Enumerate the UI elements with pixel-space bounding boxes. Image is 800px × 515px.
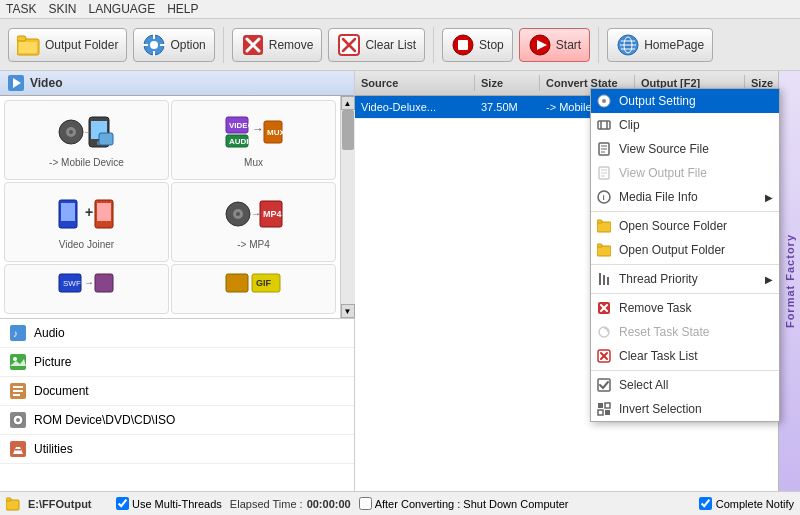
video-header: Video [0,71,354,96]
video-item-5-icon: SWF → [57,272,117,307]
cm-output-setting-icon [597,94,611,108]
video-joiner-item[interactable]: + Video Joiner [4,182,169,262]
mobile-device-item[interactable]: → -> Mobile Device [4,100,169,180]
video-item-6[interactable]: GIF [171,264,336,314]
option-button[interactable]: Option [133,28,214,62]
remove-button[interactable]: Remove [232,28,323,62]
svg-rect-2 [19,42,37,53]
svg-rect-16 [458,40,468,50]
start-label: Start [556,38,581,52]
cm-remove-task[interactable]: Remove Task [591,296,779,320]
cm-clip-label: Clip [619,118,640,132]
cm-open-output-folder[interactable]: Open Output Folder [591,238,779,262]
cm-sep-2 [591,264,779,265]
homepage-button[interactable]: HomePage [607,28,713,62]
after-convert-check[interactable] [359,497,372,510]
audio-label: Audio [34,326,65,340]
picture-label: Picture [34,355,71,369]
after-convert-checkbox[interactable]: After Converting : Shut Down Computer [359,497,569,510]
cm-clip[interactable]: Clip [591,113,779,137]
cm-sep-1 [591,211,779,212]
cm-view-output-label: View Output File [619,166,707,180]
svg-rect-105 [598,410,603,415]
document-icon [10,383,26,399]
statusbar: E:\FFOutput Use Multi-Threads Elapsed Ti… [0,491,800,515]
toolbar-sep-3 [598,27,599,63]
svg-rect-91 [597,244,602,247]
cm-invert-selection[interactable]: Invert Selection [591,397,779,421]
video-header-icon [8,75,24,91]
cm-clear-task-list-label: Clear Task List [619,349,697,363]
svg-rect-106 [605,410,610,415]
menu-help[interactable]: HELP [167,2,198,16]
scroll-down-btn[interactable]: ▼ [341,304,355,318]
cm-reset-task-label: Reset Task State [619,325,710,339]
menu-skin[interactable]: SKIN [48,2,76,16]
clear-list-label: Clear List [365,38,416,52]
output-folder-icon-small [6,497,20,511]
svg-rect-55 [95,274,113,292]
svg-text:+: + [85,204,93,220]
output-folder-button[interactable]: Output Folder [8,28,127,62]
svg-text:AUDIO: AUDIO [229,137,255,146]
cm-view-output-icon [597,166,611,180]
video-scrollbar[interactable]: ▲ ▼ [340,96,354,318]
svg-rect-104 [605,403,610,408]
svg-point-4 [150,41,158,49]
video-item-5[interactable]: SWF → [4,264,169,314]
cm-view-source-icon [597,142,611,156]
rom-icon [10,412,26,428]
clear-list-button[interactable]: Clear List [328,28,425,62]
cm-open-source-folder[interactable]: Open Source Folder [591,214,779,238]
cm-thread-priority[interactable]: Thread Priority ▶ [591,267,779,291]
svg-point-28 [69,130,73,134]
cm-remove-task-label: Remove Task [619,301,691,315]
complete-notify-check[interactable] [699,497,712,510]
stop-button[interactable]: Stop [442,28,513,62]
audio-category[interactable]: ♪ Audio [0,319,354,348]
homepage-icon [616,33,640,57]
svg-text:MUX: MUX [267,128,284,137]
complete-notify-label: Complete Notify [716,498,794,510]
start-button[interactable]: Start [519,28,590,62]
cm-output-setting[interactable]: Output Setting [591,89,779,113]
menubar: TASK SKIN LANGUAGE HELP [0,0,800,19]
menu-language[interactable]: LANGUAGE [88,2,155,16]
cm-media-file-info[interactable]: i Media File Info ▶ [591,185,779,209]
cm-view-source[interactable]: View Source File [591,137,779,161]
cm-reset-task: Reset Task State [591,320,779,344]
cm-remove-task-icon [597,301,611,315]
multi-threads-checkbox[interactable]: Use Multi-Threads [116,497,222,510]
cm-open-output-label: Open Output Folder [619,243,725,257]
utilities-category[interactable]: Utilities [0,435,354,464]
picture-category[interactable]: Picture [0,348,354,377]
mp4-item[interactable]: → MP4 -> MP4 [171,182,336,262]
svg-rect-7 [143,44,148,46]
video-section-title: Video [30,76,62,90]
cm-invert-selection-label: Invert Selection [619,402,702,416]
cm-clear-task-list[interactable]: Clear Task List [591,344,779,368]
rom-category[interactable]: ROM Device\DVD\CD\ISO [0,406,354,435]
categories-list: ♪ Audio Picture [0,319,354,491]
mux-icon: VIDEO AUDIO → MUX [224,113,284,154]
cm-clear-task-icon [597,349,611,363]
mux-item[interactable]: VIDEO AUDIO → MUX Mux [171,100,336,180]
multi-threads-check[interactable] [116,497,129,510]
remove-label: Remove [269,38,314,52]
svg-text:→: → [252,122,264,136]
scroll-up-btn[interactable]: ▲ [341,96,355,110]
svg-rect-66 [13,390,23,392]
document-category[interactable]: Document [0,377,354,406]
video-joiner-icon: + [57,195,117,236]
cm-select-all[interactable]: Select All [591,373,779,397]
rom-label: ROM Device\DVD\CD\ISO [34,413,175,427]
svg-rect-1 [17,36,26,41]
svg-text:i: i [603,193,605,202]
scroll-thumb[interactable] [342,110,354,150]
menu-task[interactable]: TASK [6,2,36,16]
th-source: Source [355,75,475,91]
mp4-icon: → MP4 [224,195,284,236]
svg-rect-72 [15,449,21,451]
svg-text:→: → [83,126,93,137]
cm-view-output: View Output File [591,161,779,185]
